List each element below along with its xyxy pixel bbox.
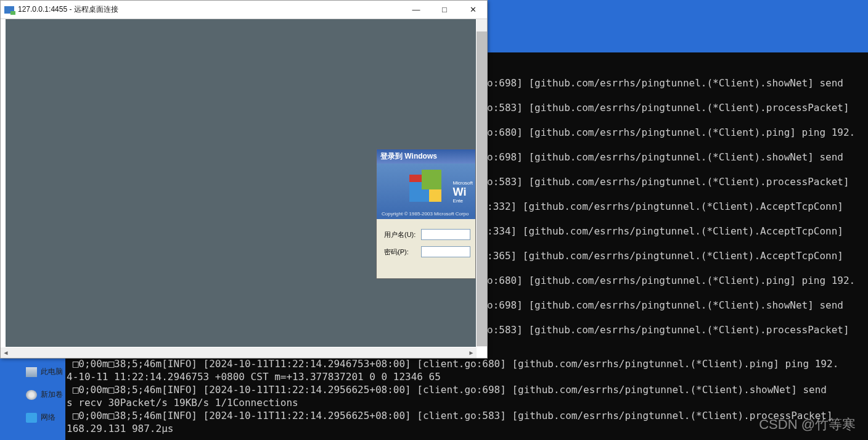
banner-sub: Ente xyxy=(453,199,473,204)
close-button[interactable]: ✕ xyxy=(459,1,487,19)
vertical-scrollbar[interactable] xyxy=(477,19,487,347)
desktop-label: 网络 xyxy=(41,412,55,423)
desktop-icon-cd[interactable]: 新加卷 xyxy=(26,389,63,400)
rdp-body: 登录到 Windows Microsoft Wi Ente Copyright … xyxy=(1,19,487,358)
password-field[interactable] xyxy=(421,246,470,257)
password-label: 密码(P): xyxy=(384,247,421,257)
login-copyright: Copyright © 1985-2003 Microsoft Corpo xyxy=(382,211,473,217)
windows-logo-icon xyxy=(409,170,452,207)
login-dialog-title: 登录到 Windows xyxy=(377,149,475,164)
term-line: □0;00m□38;5;46m[INFO] [2024-10-11T11:22:… xyxy=(65,383,868,396)
term-line: o:698] [github.com/esrrhs/pingtunnel.(*C… xyxy=(487,293,868,318)
term-line: o:680] [github.com/esrrhs/pingtunnel.(*C… xyxy=(487,120,868,145)
rdp-icon xyxy=(4,6,14,14)
term-line: :365] [github.com/esrrhs/pingtunnel.(*Cl… xyxy=(487,244,868,268)
term-line: o:698] [github.com/esrrhs/pingtunnel.(*C… xyxy=(487,145,868,170)
scroll-right-icon[interactable]: ► xyxy=(466,347,477,358)
username-label: 用户名(U): xyxy=(384,230,421,239)
cd-icon xyxy=(26,390,37,400)
term-line: 4-10-11 11:22:14.2946753 +0800 CST m=+13… xyxy=(65,370,868,383)
network-icon xyxy=(26,413,37,423)
banner-text: Microsoft Wi Ente xyxy=(453,181,473,204)
term-line: s recv 30Packet/s 19KB/s 1/1Connections xyxy=(65,396,868,409)
term-line: 168.29.131 987.2µs xyxy=(65,422,868,435)
term-line: :334] [github.com/esrrhs/pingtunnel.(*Cl… xyxy=(487,219,868,244)
maximize-button[interactable]: □ xyxy=(430,1,459,19)
username-field[interactable] xyxy=(421,229,470,240)
desktop-icon-net[interactable]: 网络 xyxy=(26,412,63,423)
term-line: □0;00m□38;5;46m[INFO] [2024-10-11T11:22:… xyxy=(65,409,868,422)
horizontal-scrollbar[interactable]: ◄ ► xyxy=(1,347,477,358)
term-line: o:583] [github.com/esrrhs/pingtunnel.(*C… xyxy=(487,318,868,342)
rdp-remote-desktop[interactable]: 登录到 Windows Microsoft Wi Ente Copyright … xyxy=(6,19,476,347)
term-line: o:680] [github.com/esrrhs/pingtunnel.(*C… xyxy=(487,268,868,293)
scrollbar-thumb[interactable] xyxy=(477,31,487,346)
banner-big: Wi xyxy=(453,186,473,199)
desktop-icon-pc[interactable]: 此电脑 xyxy=(26,367,63,377)
bottom-terminal[interactable]: □0;00m□38;5;46m[INFO] [2024-10-11T11:22:… xyxy=(65,357,868,440)
login-dialog: 登录到 Windows Microsoft Wi Ente Copyright … xyxy=(376,149,476,279)
minimize-button[interactable]: — xyxy=(402,1,430,19)
login-banner: Microsoft Wi Ente Copyright © 1985-2003 … xyxy=(377,164,475,219)
term-line: o:583] [github.com/esrrhs/pingtunnel.(*C… xyxy=(487,170,868,194)
term-line: o:698] [github.com/esrrhs/pingtunnel.(*C… xyxy=(487,71,868,96)
desktop-label: 此电脑 xyxy=(41,367,63,377)
scroll-left-icon[interactable]: ◄ xyxy=(1,347,11,358)
rdp-window: 127.0.0.1:4455 - 远程桌面连接 — □ ✕ 登录到 Window… xyxy=(0,0,488,359)
term-line: □0;00m□38;5;46m[INFO] [2024-10-11T11:22:… xyxy=(65,357,868,370)
pc-icon xyxy=(26,367,37,377)
desktop-label: 新加卷 xyxy=(41,389,63,400)
login-form: 用户名(U): 密码(P): xyxy=(377,219,475,278)
rdp-window-title: 127.0.0.1:4455 - 远程桌面连接 xyxy=(18,4,118,15)
term-line: o:583] [github.com/esrrhs/pingtunnel.(*C… xyxy=(487,96,868,120)
rdp-titlebar[interactable]: 127.0.0.1:4455 - 远程桌面连接 — □ ✕ xyxy=(1,1,487,19)
desktop-icons: 此电脑 新加卷 网络 xyxy=(26,367,63,435)
term-line: :332] [github.com/esrrhs/pingtunnel.(*Cl… xyxy=(487,194,868,219)
